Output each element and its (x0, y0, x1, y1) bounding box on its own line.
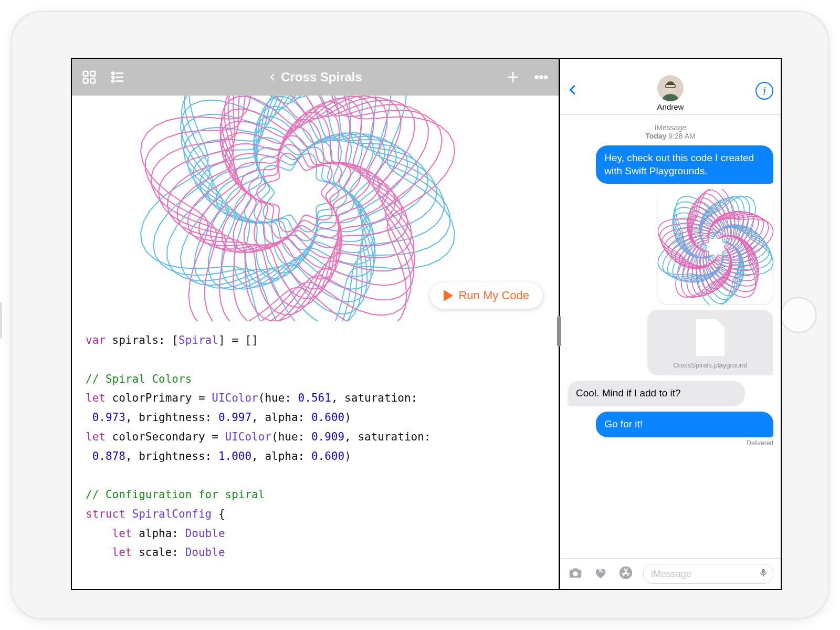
list-icon[interactable] (110, 69, 125, 85)
contact-avatar[interactable] (657, 75, 684, 101)
stamp-time: 9:28 AM (668, 132, 695, 140)
home-button[interactable] (780, 297, 817, 333)
code-line[interactable]: let colorSecondary = UIColor(hue: 0.909,… (86, 427, 545, 447)
scroll-indicator[interactable] (557, 316, 561, 346)
svg-rect-3 (91, 79, 96, 83)
attachment-filename: CrossSpirals.playground (653, 361, 768, 369)
code-line[interactable]: // Spiral Colors (86, 370, 545, 389)
svg-point-8 (112, 80, 114, 82)
svg-point-14 (544, 76, 547, 79)
code-line[interactable]: // Configuration for spiral (86, 485, 545, 505)
contact-info-button[interactable]: i (755, 82, 773, 100)
contact-name: Andrew (657, 102, 684, 111)
add-icon[interactable] (505, 69, 521, 85)
code-line[interactable] (86, 466, 545, 485)
playground-live-view: Run My Code (72, 96, 559, 321)
split-view: Cross Spirals (72, 59, 781, 589)
messages-app: i Andrew iMessage Today 9:28 AM Hey, che… (560, 59, 781, 589)
code-line[interactable]: 0.973, brightness: 0.997, alpha: 0.600) (86, 408, 545, 427)
stamp-day: Today (645, 132, 666, 140)
screen: Cross Spirals (71, 58, 782, 590)
message-bubble[interactable]: Hey, check out this code I created with … (596, 145, 773, 184)
code-line[interactable]: let scale: Double (86, 543, 545, 562)
messages-back-button[interactable] (568, 84, 579, 98)
microphone-icon[interactable] (758, 568, 769, 581)
code-line[interactable]: 0.878, brightness: 1.000, alpha: 0.600) (86, 447, 545, 466)
ipad-device-frame: Cross Spirals (0, 0, 840, 630)
thread-timestamp: iMessage Today 9:28 AM (568, 123, 773, 140)
run-code-button[interactable]: Run My Code (430, 282, 543, 309)
code-line[interactable] (86, 350, 545, 370)
more-icon[interactable] (533, 69, 549, 85)
svg-rect-2 (83, 79, 88, 83)
svg-point-6 (112, 76, 114, 78)
messages-nav-bar: i Andrew (560, 59, 781, 115)
image-attachment[interactable] (658, 189, 773, 304)
compose-bar: iMessage (560, 558, 781, 589)
run-code-label: Run My Code (458, 289, 529, 302)
message-placeholder: iMessage (651, 569, 691, 580)
code-line[interactable]: var spirals: [Spiral] = [] (86, 331, 545, 350)
playgrounds-app: Cross Spirals (72, 59, 559, 589)
code-line[interactable]: let colorPrimary = UIColor(hue: 0.561, s… (86, 388, 545, 408)
code-line[interactable]: let alpha: Double (86, 524, 545, 543)
message-bubble[interactable]: Go for it! (596, 412, 773, 437)
file-attachment[interactable]: CrossSpirals.playground (647, 310, 773, 375)
svg-point-18 (620, 566, 632, 579)
message-input[interactable]: iMessage (643, 564, 773, 584)
document-icon (696, 319, 724, 356)
delivered-status: Delivered (568, 439, 773, 447)
digital-touch-icon[interactable] (593, 565, 608, 583)
playground-title-area[interactable]: Cross Spirals (135, 70, 496, 85)
chevron-left-icon (268, 72, 278, 82)
message-thread[interactable]: iMessage Today 9:28 AM Hey, check out th… (560, 115, 781, 558)
service-label: iMessage (655, 123, 686, 132)
message-bubble[interactable]: Cool. Mind if I add to it? (568, 381, 745, 406)
grid-icon[interactable] (81, 69, 97, 85)
code-editor[interactable]: var spirals: [Spiral] = [] // Spiral Col… (72, 321, 559, 589)
code-line[interactable]: struct SpiralConfig { (86, 505, 545, 524)
svg-rect-1 (91, 71, 96, 76)
app-store-icon[interactable] (618, 565, 634, 583)
playground-nav-bar: Cross Spirals (72, 59, 559, 96)
svg-point-13 (540, 76, 543, 79)
play-icon (444, 290, 453, 301)
svg-point-12 (536, 76, 538, 79)
svg-rect-19 (762, 569, 765, 573)
svg-point-4 (112, 72, 114, 75)
camera-icon[interactable] (568, 565, 583, 583)
svg-rect-0 (83, 71, 88, 76)
volume-button (0, 302, 2, 339)
svg-point-17 (573, 571, 578, 576)
device-bezel: Cross Spirals (10, 10, 830, 620)
playground-title: Cross Spirals (281, 70, 362, 85)
